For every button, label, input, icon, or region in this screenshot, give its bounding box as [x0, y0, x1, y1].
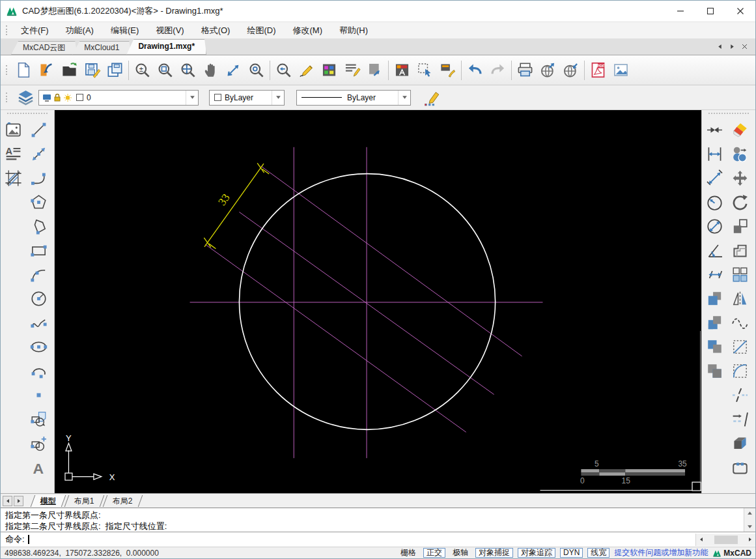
linetype-combobox[interactable]: ByLayer — [296, 90, 411, 106]
layer-combobox[interactable]: 0 — [38, 90, 199, 106]
tab-scroll-right-icon[interactable] — [729, 44, 735, 50]
web-publish-button[interactable] — [537, 57, 559, 83]
undo-button[interactable] — [464, 57, 486, 83]
arc-button[interactable] — [27, 263, 50, 287]
layout-tab-model[interactable]: 模型 — [31, 495, 66, 507]
toggle-lineweight[interactable]: 线宽 — [587, 548, 609, 558]
insert-block-button[interactable] — [27, 407, 50, 431]
toggle-dyn[interactable]: DYN — [560, 548, 583, 558]
layout-scroll-right-button[interactable] — [14, 496, 23, 506]
command-horizontal-scrollbar[interactable] — [695, 534, 755, 546]
make-block-button[interactable] — [27, 431, 50, 455]
command-vertical-scrollbar[interactable] — [744, 508, 755, 532]
save-all-button[interactable] — [104, 57, 126, 83]
match-properties-button[interactable] — [436, 57, 459, 83]
dim-edit-button[interactable] — [703, 118, 726, 142]
dim-linear-button[interactable] — [703, 142, 726, 166]
menu-edit[interactable]: 编辑(E) — [102, 23, 147, 38]
polyline-button[interactable] — [27, 166, 50, 190]
dim-aligned-button[interactable] — [703, 166, 726, 190]
menu-draw[interactable]: 绘图(D) — [238, 23, 284, 38]
scroll-down-icon[interactable] — [747, 524, 753, 530]
color-dropdown-arrow[interactable] — [272, 91, 284, 105]
text-style-button[interactable] — [2, 142, 25, 166]
toggle-polar[interactable]: 极轴 — [450, 548, 471, 558]
zoom-center-button[interactable] — [245, 57, 268, 83]
dim-continue-button[interactable] — [703, 263, 726, 287]
redo-button[interactable] — [486, 57, 509, 83]
copy-button[interactable] — [729, 142, 751, 166]
layout-tab-layout2[interactable]: 布局2 — [102, 495, 142, 507]
linetype-dropdown-arrow[interactable] — [398, 91, 410, 105]
break-button[interactable] — [729, 383, 751, 407]
toggle-ortho[interactable]: 正交 — [423, 548, 445, 558]
menu-help[interactable]: 帮助(H) — [331, 23, 376, 38]
insert-image-button[interactable] — [609, 57, 632, 83]
select-object-button[interactable] — [413, 57, 436, 83]
menu-function[interactable]: 功能(A) — [57, 23, 102, 38]
fit-curve-button[interactable] — [729, 311, 751, 335]
feedback-link[interactable]: 提交软件问题或增加新功能 — [614, 547, 708, 558]
web-open-button[interactable] — [559, 57, 582, 83]
measure-button[interactable] — [222, 57, 245, 83]
menu-file[interactable]: 文件(F) — [12, 23, 57, 38]
chamfer-button[interactable] — [729, 335, 751, 359]
ellipse-button[interactable] — [27, 335, 50, 359]
offset-button[interactable] — [729, 238, 751, 263]
color-combobox[interactable]: ByLayer — [209, 90, 285, 106]
zoom-window-button[interactable] — [154, 57, 176, 83]
viewport-grip[interactable] — [692, 482, 701, 491]
paste-block-button[interactable] — [363, 57, 386, 83]
rectangle-button[interactable] — [27, 238, 50, 263]
hatch-button[interactable] — [2, 166, 25, 190]
mirror-button[interactable] — [729, 287, 751, 311]
zoom-extents-button[interactable] — [176, 57, 199, 83]
new-file-button[interactable] — [12, 57, 35, 83]
freehand-polygon-button[interactable] — [27, 214, 50, 238]
scale-button[interactable] — [729, 214, 751, 238]
insert-image-tool-button[interactable] — [2, 118, 25, 142]
sketch-button[interactable] — [295, 57, 318, 83]
mtext-button[interactable] — [27, 455, 50, 480]
tab-drawing1[interactable]: Drawing1.mxg* — [126, 39, 206, 55]
drawing-canvas[interactable]: 33 Y X 5 — [55, 110, 701, 493]
open-cloud-button[interactable] — [35, 57, 58, 83]
join-button[interactable] — [729, 455, 751, 480]
toggle-otrack[interactable]: 对象追踪 — [518, 548, 555, 558]
menu-modify[interactable]: 修改(M) — [284, 23, 331, 38]
color-palette-button[interactable] — [318, 57, 341, 83]
dim-radius-button[interactable] — [703, 190, 726, 214]
move-button[interactable] — [729, 166, 751, 190]
layer-control-button[interactable] — [12, 85, 38, 111]
draworder-above-button[interactable] — [703, 335, 726, 359]
menu-view[interactable]: 视图(V) — [147, 23, 192, 38]
zoom-previous-button[interactable] — [272, 57, 295, 83]
draworder-below-button[interactable] — [703, 359, 726, 383]
construction-line-button[interactable] — [27, 142, 50, 166]
print-button[interactable] — [514, 57, 537, 83]
scrollbar-thumb[interactable] — [714, 536, 738, 544]
tab-close-icon[interactable] — [742, 44, 748, 50]
pan-button[interactable] — [199, 57, 222, 83]
draworder-front-button[interactable] — [703, 287, 726, 311]
dim-diameter-button[interactable] — [703, 214, 726, 238]
scroll-up-icon[interactable] — [747, 510, 753, 516]
text-edit-button[interactable] — [341, 57, 363, 83]
layer-manager-button[interactable] — [391, 57, 413, 83]
open-file-button[interactable] — [58, 57, 81, 83]
toggle-osnap[interactable]: 对象捕捉 — [475, 548, 513, 558]
line-button[interactable] — [27, 118, 50, 142]
point-button[interactable] — [27, 383, 50, 407]
export-pdf-button[interactable] — [587, 57, 609, 83]
fillet-button[interactable] — [729, 359, 751, 383]
tab-scroll-left-icon[interactable] — [717, 44, 723, 50]
array-button[interactable] — [729, 263, 751, 287]
ellipse-arc-button[interactable] — [27, 359, 50, 383]
tab-mxcloud1[interactable]: MxCloud1 — [72, 41, 131, 55]
maximize-button[interactable] — [695, 1, 725, 22]
scroll-left-icon[interactable] — [699, 537, 704, 542]
rotate-button[interactable] — [729, 190, 751, 214]
scroll-right-icon[interactable] — [748, 537, 753, 542]
layout-tab-layout1[interactable]: 布局1 — [64, 495, 104, 507]
draw-settings-button[interactable] — [420, 85, 443, 111]
